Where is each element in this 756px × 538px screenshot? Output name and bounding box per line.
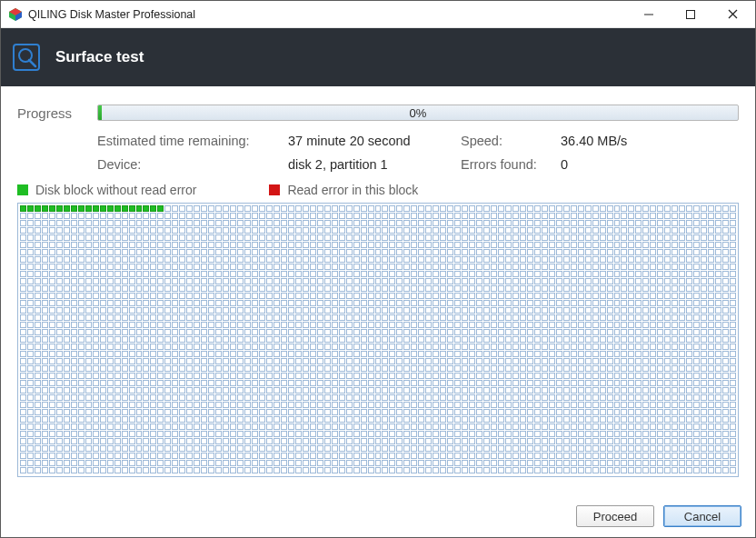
block-cell <box>172 380 178 386</box>
block-cell <box>693 264 700 270</box>
close-button[interactable] <box>711 1 753 28</box>
block-cell <box>657 264 663 270</box>
block-cell <box>164 409 171 415</box>
block-cell <box>592 227 599 234</box>
block-cell <box>93 438 99 444</box>
block-cell <box>56 264 63 270</box>
block-cell <box>194 271 200 277</box>
block-cell <box>295 205 302 212</box>
block-cell <box>20 220 26 226</box>
block-cell <box>27 365 34 372</box>
block-cell <box>100 322 106 328</box>
block-cell <box>288 409 294 415</box>
block-cell <box>650 460 656 466</box>
block-cell <box>274 213 280 219</box>
block-cell <box>563 256 570 263</box>
block-cell <box>571 423 577 430</box>
block-cell <box>64 271 70 277</box>
block-cell <box>657 453 663 459</box>
block-cell <box>425 467 432 473</box>
block-cell <box>42 329 48 335</box>
block-cell <box>346 293 353 299</box>
block-cell <box>571 264 577 270</box>
block-cell <box>491 358 497 364</box>
block-cell <box>425 365 432 372</box>
block-cell <box>505 205 512 212</box>
cancel-button[interactable]: Cancel <box>663 505 741 527</box>
block-cell <box>671 256 678 263</box>
block-cell <box>186 438 193 444</box>
block-cell <box>621 380 627 386</box>
minimize-button[interactable] <box>628 1 670 28</box>
block-cell <box>389 314 395 321</box>
block-cell <box>621 431 627 437</box>
block-cell <box>650 205 656 212</box>
proceed-button[interactable]: Proceed <box>576 505 654 527</box>
block-cell <box>708 300 714 306</box>
block-cell <box>650 380 656 386</box>
block-cell <box>679 373 685 379</box>
block-cell <box>150 438 156 444</box>
block-cell <box>266 402 273 408</box>
block-cell <box>730 358 736 364</box>
block-cell <box>396 242 403 248</box>
block-cell <box>368 351 374 357</box>
block-cell <box>693 242 700 248</box>
block-cell <box>230 373 236 379</box>
block-cell <box>252 438 258 444</box>
block-cell <box>114 409 121 415</box>
block-cell <box>498 234 504 241</box>
block-cell <box>93 329 99 335</box>
block-cell <box>215 438 222 444</box>
block-cell <box>469 205 475 212</box>
block-cell <box>35 373 41 379</box>
block-cell <box>186 307 193 314</box>
block-cell <box>396 307 403 314</box>
block-cell <box>223 271 229 277</box>
block-cell <box>368 220 374 226</box>
block-cell <box>679 271 685 277</box>
block-cell <box>708 438 714 444</box>
block-cell <box>454 344 461 350</box>
block-cell <box>440 300 446 306</box>
maximize-button[interactable] <box>670 1 711 28</box>
block-cell <box>563 467 570 473</box>
block-cell <box>223 242 229 248</box>
block-cell <box>346 467 353 473</box>
block-cell <box>578 431 584 437</box>
block-cell <box>657 278 663 284</box>
block-cell <box>361 445 367 452</box>
block-cell <box>621 322 627 328</box>
block-cell <box>93 322 99 328</box>
block-cell <box>136 256 143 263</box>
block-cell <box>512 416 519 423</box>
block-cell <box>259 409 265 415</box>
block-cell <box>571 307 577 314</box>
block-cell <box>389 329 395 335</box>
block-cell <box>411 227 417 234</box>
block-cell <box>64 205 70 212</box>
block-cell <box>396 365 403 372</box>
block-cell <box>556 314 562 321</box>
block-cell <box>722 300 729 306</box>
block-cell <box>122 445 128 452</box>
block-cell <box>411 358 417 364</box>
block-cell <box>491 220 497 226</box>
block-cell <box>693 344 700 350</box>
block-cell <box>252 205 258 212</box>
block-cell <box>527 431 533 437</box>
block-cell <box>498 322 504 328</box>
block-cell <box>708 285 714 292</box>
block-cell <box>505 402 512 408</box>
block-cell <box>20 234 26 241</box>
block-cell <box>172 445 178 452</box>
block-cell <box>571 300 577 306</box>
block-cell <box>411 336 417 343</box>
block-cell <box>396 264 403 270</box>
block-cell <box>266 249 273 255</box>
block-cell <box>244 264 251 270</box>
block-cell <box>259 213 265 219</box>
block-cell <box>708 307 714 314</box>
legend-ok-label: Disk block without read error <box>35 183 196 197</box>
device-label: Device: <box>97 157 288 172</box>
